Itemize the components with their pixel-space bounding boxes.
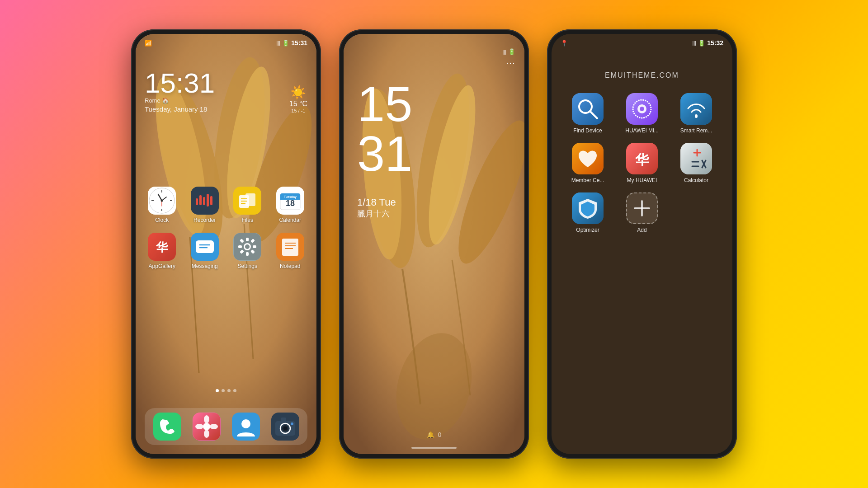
- app-clock[interactable]: Clock: [142, 187, 182, 223]
- lock-hour: 15: [357, 79, 412, 129]
- files-label: Files: [242, 217, 253, 223]
- recorder-label: Recorder: [193, 217, 216, 223]
- signal-p3: |||: [693, 40, 697, 46]
- svg-rect-92: [680, 143, 712, 174]
- svg-point-88: [695, 115, 698, 118]
- app-files[interactable]: Files: [228, 187, 267, 223]
- svg-rect-80: [572, 93, 604, 125]
- appgallery-icon: 华: [148, 233, 176, 261]
- dock-camera[interactable]: [267, 413, 303, 441]
- phone1-widget: 15:31 Rome 🏠 Tuesday, January 18 ☀️ 15 °…: [136, 62, 316, 120]
- dot-2: [222, 389, 225, 392]
- lock-time: 15 31: [357, 79, 412, 178]
- signal-bars-p2: |||: [502, 49, 506, 55]
- app-notepad[interactable]: Notepad: [271, 233, 310, 269]
- find-device-label: Find Device: [573, 127, 602, 134]
- svg-point-62: [195, 424, 203, 429]
- clock-icon: [148, 187, 176, 215]
- phone2-screen: ✈️ Airplane mode → ||| 🔋 ⋮ 15 31 1/18 Tu…: [344, 34, 524, 454]
- messaging-label: Messaging: [192, 263, 218, 269]
- location-icon-p3: 📍: [561, 40, 568, 47]
- three-dot-menu[interactable]: ⋮: [505, 59, 516, 69]
- dock-petals[interactable]: [189, 413, 224, 441]
- settings-icon: [233, 233, 261, 261]
- add-icon: [626, 192, 658, 224]
- weather-temp: 15 °C: [289, 100, 307, 108]
- svg-rect-71: [281, 418, 286, 422]
- clock-label: Clock: [155, 217, 169, 223]
- app-calendar[interactable]: Tuesday 18 Calendar: [271, 187, 310, 223]
- lock-bottom: 🔔 0: [344, 431, 524, 438]
- settings-label: Settings: [238, 263, 257, 269]
- svg-rect-20: [207, 194, 209, 206]
- phone2: ✈️ Airplane mode → ||| 🔋 ⋮ 15 31 1/18 Tu…: [339, 29, 529, 459]
- svg-rect-19: [203, 197, 205, 205]
- messaging-icon: [191, 233, 219, 261]
- website-label: EMUITHEME.COM: [605, 71, 679, 80]
- notification-icon: 🔔: [427, 431, 434, 438]
- widget-location: Rome 🏠: [145, 97, 307, 104]
- svg-rect-24: [245, 193, 255, 206]
- svg-point-86: [640, 107, 644, 111]
- app-member-ce[interactable]: Member Ce...: [565, 143, 610, 183]
- app-calculator[interactable]: Calculator: [674, 143, 719, 183]
- app-optimizer[interactable]: Optimizer: [565, 192, 610, 233]
- svg-text:华: 华: [635, 152, 649, 167]
- member-ce-icon: [572, 143, 604, 174]
- dock-phone[interactable]: [149, 413, 185, 441]
- svg-point-65: [241, 419, 250, 428]
- svg-rect-57: [154, 413, 181, 440]
- notification-count: 0: [438, 431, 442, 438]
- app-add[interactable]: Add: [619, 192, 665, 233]
- svg-rect-37: [196, 240, 214, 253]
- app-find-device[interactable]: Find Device: [565, 93, 610, 134]
- widget-time: 15:31: [145, 69, 307, 97]
- phone1-screen: 📶 ||| 🔋 15:31 15:31 Rome 🏠 Tuesday, Janu…: [136, 34, 316, 454]
- dot-1: [216, 389, 219, 392]
- smart-rem-label: Smart Rem...: [680, 127, 712, 134]
- phone3-screen: 📍 ||| 🔋 15:32 EMUITHEME.COM: [552, 34, 732, 454]
- battery-p3: 🔋: [698, 40, 705, 47]
- svg-point-63: [210, 424, 218, 429]
- time-widget[interactable]: 15:31 Rome 🏠 Tuesday, January 18: [145, 69, 307, 113]
- dock-area: [136, 408, 316, 445]
- app-area: Clock Recorder: [136, 183, 316, 273]
- svg-rect-44: [246, 238, 249, 241]
- svg-point-43: [245, 244, 250, 249]
- app-smart-rem[interactable]: Smart Rem...: [674, 93, 719, 134]
- svg-rect-21: [210, 196, 212, 205]
- svg-rect-87: [680, 93, 712, 125]
- app-appgallery[interactable]: 华 AppGallery: [142, 233, 182, 269]
- optimizer-label: Optimizer: [576, 227, 599, 233]
- phone1-status-bar: 📶 ||| 🔋 15:31: [136, 34, 316, 49]
- member-ce-label: Member Ce...: [571, 177, 604, 183]
- optimizer-icon: [572, 192, 604, 224]
- widget-date: Tuesday, January 18: [145, 105, 307, 113]
- phone3-app-grid: Find Device HUAWEI Mi...: [552, 93, 732, 233]
- phone-icon: [153, 413, 181, 441]
- phone1: 📶 ||| 🔋 15:31 15:31 Rome 🏠 Tuesday, Janu…: [131, 29, 321, 459]
- time-display: 15:31: [291, 39, 307, 47]
- app-settings[interactable]: Settings: [228, 233, 267, 269]
- lock-date-line2: 臘月十六: [357, 208, 396, 219]
- files-icon: [233, 187, 261, 215]
- time-p3: 15:32: [707, 39, 723, 47]
- svg-text:Tuesday: Tuesday: [284, 195, 297, 199]
- app-huawei-mi[interactable]: HUAWEI Mi...: [619, 93, 665, 134]
- notepad-icon: [276, 233, 304, 261]
- signal-icon: 📶: [145, 40, 152, 47]
- lock-minute: 31: [357, 129, 412, 178]
- signal-bars: |||: [277, 40, 281, 46]
- app-my-huawei[interactable]: 华 My HUAWEI: [619, 143, 665, 183]
- appgallery-label: AppGallery: [149, 263, 175, 269]
- svg-point-15: [161, 200, 163, 202]
- app-messaging[interactable]: Messaging: [185, 233, 225, 269]
- dock-contacts[interactable]: [228, 413, 264, 441]
- weather-widget[interactable]: ☀️ 15 °C 15 / -1: [289, 85, 307, 113]
- svg-rect-18: [199, 195, 202, 205]
- notepad-label: Notepad: [280, 263, 300, 269]
- battery-p2: 🔋: [508, 48, 515, 55]
- svg-point-60: [204, 415, 209, 423]
- dot-3: [227, 389, 231, 392]
- app-recorder[interactable]: Recorder: [185, 187, 225, 223]
